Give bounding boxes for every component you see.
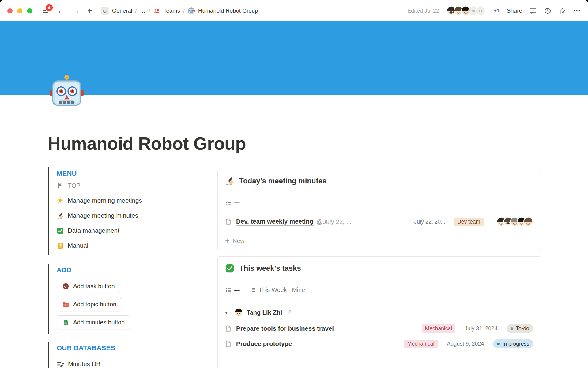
left-column: MENU TOP Manage morning meeti — [48, 167, 183, 368]
titlebar-right: Edited Jul 22 M D +1 Share — [407, 6, 581, 16]
category-tag[interactable]: Mechanical — [422, 324, 456, 333]
task-title[interactable]: Prepare tools for business travel — [236, 325, 334, 332]
menu-heading: MENU — [57, 169, 183, 178]
add-minutes-button[interactable]: Add minutes button — [57, 315, 130, 329]
more-options-icon[interactable]: ••• — [573, 8, 581, 14]
viewer-avatars[interactable]: M D — [446, 6, 485, 16]
breadcrumb: G General / … / Teams / — [101, 7, 258, 15]
meeting-row[interactable]: Dev. team weekly meeting @July 22, ... J… — [218, 212, 541, 232]
breadcrumb-separator: / — [183, 7, 185, 14]
check-mark-icon — [225, 264, 234, 273]
due-date[interactable]: August 9, 2024 — [447, 341, 484, 347]
add-task-button[interactable]: Add task button — [57, 279, 120, 293]
comments-icon[interactable] — [529, 7, 537, 15]
breadcrumb-teams[interactable]: Teams — [163, 7, 180, 14]
list-view-icon — [226, 200, 231, 205]
avatar-initial: D — [476, 6, 485, 16]
add-heading: ADD — [57, 266, 183, 275]
due-date[interactable]: July 31, 2024 — [465, 325, 497, 332]
avatar-overflow-count[interactable]: +1 — [494, 8, 499, 14]
page-file-icon — [225, 218, 232, 225]
menu-item-label: Data management — [68, 227, 119, 235]
status-dot — [511, 327, 513, 330]
plus-icon: + — [225, 237, 229, 244]
card-header: This week’s tasks — [218, 257, 541, 279]
group-avatar — [235, 309, 243, 316]
view-tab[interactable]: This Week - Mine — [250, 279, 305, 299]
new-item-button[interactable]: + New — [218, 232, 541, 250]
writing-hand-icon — [225, 176, 234, 186]
window-controls — [7, 8, 32, 13]
view-tab-label: --- — [234, 287, 240, 294]
share-button[interactable]: Share — [507, 7, 522, 14]
card-title: This week’s tasks — [239, 264, 301, 273]
menu-item-top[interactable]: TOP — [57, 178, 183, 193]
app-window: 4 ← → + G General / … / Teams / — [0, 0, 588, 368]
database-link-minutes-db[interactable]: Minutes DB — [57, 356, 183, 368]
status-dot — [497, 343, 500, 345]
database-link-label: Minutes DB — [68, 360, 100, 368]
menu-item-label: Manual — [68, 242, 88, 250]
add-section: ADD Add task button Add topic button — [48, 264, 183, 334]
menu-section: MENU TOP Manage morning meeti — [48, 167, 183, 255]
menu-item-label: TOP — [68, 182, 81, 190]
collapse-triangle-icon[interactable]: ▾ — [225, 310, 231, 316]
notification-badge: 4 — [45, 4, 53, 12]
sidebar-toggle-icon[interactable]: 4 — [42, 7, 49, 14]
task-row[interactable]: Produce prototype Mechanical August 9, 2… — [218, 336, 541, 351]
page-title[interactable]: Humanoid Robot Group — [48, 133, 246, 154]
status-badge[interactable]: In progress — [493, 339, 533, 348]
topic-folder-icon — [62, 301, 69, 308]
new-item-label: New — [232, 237, 244, 244]
menu-item-manual[interactable]: Manual — [57, 238, 183, 253]
view-tab[interactable]: --- — [225, 192, 240, 212]
status-badge[interactable]: To-do — [507, 324, 533, 333]
add-topic-button[interactable]: Add topic button — [57, 297, 122, 311]
menu-item-label: Manage meeting minutes — [68, 212, 138, 220]
menu-item-manage-morning-meetings[interactable]: Manage morning meetings — [57, 193, 183, 208]
team-tag[interactable]: Dev team — [454, 218, 484, 226]
date-mention: @July 22, ... — [317, 218, 352, 225]
button-label: Add task button — [73, 283, 115, 290]
close-button[interactable] — [7, 8, 13, 13]
list-view-icon — [226, 288, 231, 293]
task-row[interactable]: Prepare tools for business travel Mechan… — [218, 321, 541, 336]
menu-item-manage-meeting-minutes[interactable]: Manage meeting minutes — [57, 208, 183, 223]
meeting-title[interactable]: Dev. team weekly meeting — [236, 218, 314, 226]
category-tag[interactable]: Mechanical — [404, 340, 438, 348]
attendee-avatars[interactable] — [496, 217, 533, 227]
menu-item-label: Manage morning meetings — [68, 197, 142, 205]
history-clock-icon[interactable] — [544, 7, 552, 15]
page-file-icon — [225, 325, 232, 332]
notebook-icon — [57, 242, 64, 249]
teams-icon — [153, 7, 160, 14]
edited-timestamp: Edited Jul 22 — [407, 8, 439, 14]
forward-button[interactable]: → — [73, 7, 80, 14]
view-tab-active[interactable]: --- — [225, 279, 240, 299]
page-file-icon — [225, 340, 232, 347]
breadcrumb-page[interactable]: Humanoid Robot Group — [198, 7, 258, 14]
task-title[interactable]: Produce prototype — [236, 340, 292, 347]
group-header-row: ▾ Tang Lik Zhi 2 — [218, 299, 541, 321]
databases-heading: OUR DATABASES — [57, 343, 183, 353]
new-tab-button[interactable]: + — [87, 6, 92, 16]
breadcrumb-ellipsis[interactable]: … — [140, 7, 146, 14]
menu-item-data-management[interactable]: Data management — [57, 223, 183, 238]
list-view-icon — [250, 287, 256, 293]
view-tab-label: --- — [234, 199, 240, 206]
avatar — [523, 217, 533, 227]
favorite-star-icon[interactable] — [559, 7, 566, 15]
robot-page-icon[interactable] — [49, 74, 85, 110]
weekly-tasks-card: This week’s tasks --- — [217, 256, 541, 368]
workspace-icon[interactable]: G — [101, 7, 109, 15]
back-button[interactable]: ← — [57, 7, 65, 14]
minimize-button[interactable] — [17, 8, 22, 13]
view-tab-label: This Week - Mine — [258, 286, 305, 293]
minutes-file-icon — [62, 319, 69, 326]
view-tabs: --- This Week - Mine — [218, 279, 541, 299]
zoom-button[interactable] — [27, 8, 32, 13]
task-row-meta: Mechanical July 31, 2024 To-do — [422, 324, 533, 333]
breadcrumb-workspace[interactable]: General — [112, 7, 132, 14]
meeting-date[interactable]: July 22, 20... — [414, 219, 445, 225]
databases-section: OUR DATABASES Minutes DB — [48, 342, 183, 368]
